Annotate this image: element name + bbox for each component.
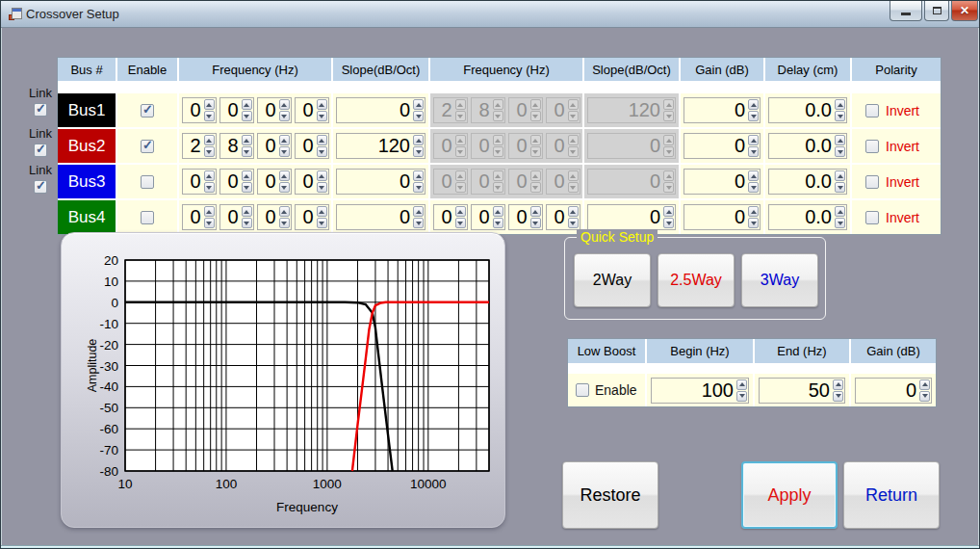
bus3-slope1-value[interactable]: 0 bbox=[337, 170, 412, 194]
bus4-freq1-digit1-value[interactable]: 0 bbox=[183, 205, 203, 229]
bus3-gain-down-arrow-icon[interactable] bbox=[748, 182, 759, 193]
bus4-freq2-digit2-up-arrow-icon[interactable] bbox=[493, 206, 503, 217]
bus1-freq1-digit1-down-arrow-icon[interactable] bbox=[204, 111, 215, 121]
bus3-freq1-digit4-value[interactable]: 0 bbox=[296, 170, 316, 194]
bus4-freq2-digit2-value[interactable]: 0 bbox=[472, 205, 492, 229]
bus1-slope1[interactable]: 0 bbox=[336, 97, 426, 123]
bus4-freq1-digit2[interactable]: 0 bbox=[219, 204, 254, 230]
bus4-freq2-digit3[interactable]: 0 bbox=[508, 204, 543, 230]
bus3-delay-down-arrow-icon[interactable] bbox=[835, 182, 845, 193]
bus3-freq1-digit3-value[interactable]: 0 bbox=[258, 170, 278, 194]
bus1-delay-up-arrow-icon[interactable] bbox=[835, 99, 845, 110]
bus4-slope1-down-arrow-icon[interactable] bbox=[413, 218, 424, 228]
2way-button[interactable]: 2Way bbox=[574, 253, 651, 307]
bus2-freq1-digit2-down-arrow-icon[interactable] bbox=[242, 146, 252, 157]
bus1-freq1-digit1-value[interactable]: 0 bbox=[183, 98, 203, 122]
bus3-slope1-down-arrow-icon[interactable] bbox=[413, 182, 424, 193]
bus3-delay-up-arrow-icon[interactable] bbox=[835, 170, 845, 181]
bus3-freq1-digit1-down-arrow-icon[interactable] bbox=[204, 182, 215, 193]
bus4-freq1-digit4-value[interactable]: 0 bbox=[296, 205, 316, 229]
link-checkbox-2[interactable] bbox=[34, 144, 47, 157]
bus2-freq1-digit3-down-arrow-icon[interactable] bbox=[279, 146, 290, 157]
close-button[interactable]: ✕ bbox=[951, 1, 978, 21]
bus1-freq1-digit4[interactable]: 0 bbox=[295, 97, 329, 123]
bus2-freq1-digit1[interactable]: 2 bbox=[182, 133, 217, 159]
bus2-freq1-digit1-value[interactable]: 2 bbox=[183, 134, 203, 158]
low-boost-end-value[interactable]: 50 bbox=[760, 379, 832, 403]
bus1-freq1-digit2-up-arrow-icon[interactable] bbox=[242, 99, 252, 110]
bus4-delay-up-arrow-icon[interactable] bbox=[835, 206, 845, 217]
bus1-freq1-digit4-up-arrow-icon[interactable] bbox=[317, 99, 327, 110]
bus3-freq1-digit1-value[interactable]: 0 bbox=[183, 170, 203, 194]
bus4-freq2-digit2-down-arrow-icon[interactable] bbox=[493, 218, 503, 228]
low-boost-gain-up-arrow-icon[interactable] bbox=[919, 379, 930, 390]
bus1-freq1-digit3[interactable]: 0 bbox=[257, 97, 292, 123]
bus4-freq1-digit2-up-arrow-icon[interactable] bbox=[242, 206, 252, 217]
bus4-gain-down-arrow-icon[interactable] bbox=[748, 218, 759, 228]
bus4-slope2-value[interactable]: 0 bbox=[588, 205, 662, 229]
bus1-invert-checkbox[interactable] bbox=[865, 104, 879, 118]
bus3-freq1-digit1[interactable]: 0 bbox=[182, 169, 217, 195]
bus4-freq2-digit3-value[interactable]: 0 bbox=[509, 205, 529, 229]
bus2-freq1-digit3[interactable]: 0 bbox=[257, 133, 292, 159]
bus1-gain-down-arrow-icon[interactable] bbox=[748, 111, 759, 121]
bus3-freq1-digit3-up-arrow-icon[interactable] bbox=[279, 170, 290, 181]
bus2-delay-value[interactable]: 0.0 bbox=[769, 134, 834, 158]
bus4-freq2-digit2[interactable]: 0 bbox=[471, 204, 505, 230]
bus4-freq1-digit3-down-arrow-icon[interactable] bbox=[279, 218, 290, 228]
bus4-freq1-digit3[interactable]: 0 bbox=[257, 204, 292, 230]
apply-button[interactable]: Apply bbox=[741, 461, 838, 529]
low-boost-begin-value[interactable]: 100 bbox=[652, 379, 735, 403]
bus4-freq2-digit4-down-arrow-icon[interactable] bbox=[568, 218, 579, 228]
bus4-slope1-up-arrow-icon[interactable] bbox=[413, 206, 424, 217]
title-bar[interactable]: Crossover Setup ✕ bbox=[1, 1, 979, 28]
bus4-freq1-digit4[interactable]: 0 bbox=[295, 204, 329, 230]
minimize-button[interactable] bbox=[890, 1, 922, 21]
bus1-gain[interactable]: 0 bbox=[683, 97, 761, 123]
bus2-gain-value[interactable]: 0 bbox=[684, 134, 747, 158]
bus1-slope1-down-arrow-icon[interactable] bbox=[413, 111, 424, 121]
bus2-slope1-value[interactable]: 120 bbox=[337, 134, 412, 158]
restore-button[interactable]: Restore bbox=[562, 461, 658, 529]
bus3-delay[interactable]: 0.0 bbox=[768, 169, 847, 195]
low-boost-begin-up-arrow-icon[interactable] bbox=[736, 379, 747, 390]
bus4-invert-checkbox[interactable] bbox=[865, 211, 879, 224]
bus2-delay-down-arrow-icon[interactable] bbox=[835, 146, 845, 157]
bus4-delay-value[interactable]: 0.0 bbox=[769, 205, 834, 229]
bus4-freq2-digit4-value[interactable]: 0 bbox=[547, 205, 567, 229]
bus2-freq1-digit2[interactable]: 8 bbox=[219, 133, 254, 159]
bus1-slope1-value[interactable]: 0 bbox=[337, 98, 412, 122]
low-boost-enable-checkbox[interactable] bbox=[576, 383, 589, 397]
bus2-invert-checkbox[interactable] bbox=[865, 140, 879, 153]
bus4-freq2-digit1-down-arrow-icon[interactable] bbox=[455, 218, 466, 228]
low-boost-gain[interactable]: 0 bbox=[855, 378, 932, 404]
bus2-freq1-digit1-down-arrow-icon[interactable] bbox=[204, 146, 215, 157]
bus3-freq1-digit2-up-arrow-icon[interactable] bbox=[242, 170, 252, 181]
bus2-slope1-up-arrow-icon[interactable] bbox=[413, 135, 424, 145]
bus4-freq1-digit1[interactable]: 0 bbox=[182, 204, 217, 230]
bus2-freq1-digit4-value[interactable]: 0 bbox=[296, 134, 316, 158]
bus3-enable-checkbox[interactable] bbox=[141, 175, 154, 189]
bus1-freq1-digit3-down-arrow-icon[interactable] bbox=[279, 111, 290, 121]
bus2-delay[interactable]: 0.0 bbox=[768, 133, 847, 159]
bus2-freq1-digit4-up-arrow-icon[interactable] bbox=[317, 135, 327, 145]
bus1-freq1-digit2-down-arrow-icon[interactable] bbox=[242, 111, 252, 121]
3way-button[interactable]: 3Way bbox=[741, 253, 818, 307]
bus1-freq1-digit3-up-arrow-icon[interactable] bbox=[279, 99, 290, 110]
bus1-delay[interactable]: 0.0 bbox=[768, 97, 847, 123]
return-button[interactable]: Return bbox=[843, 461, 940, 529]
bus4-slope2-down-arrow-icon[interactable] bbox=[663, 218, 674, 228]
bus4-freq2-digit4-up-arrow-icon[interactable] bbox=[568, 206, 579, 217]
bus4-freq1-digit3-up-arrow-icon[interactable] bbox=[279, 206, 290, 217]
link-checkbox-1[interactable] bbox=[34, 103, 47, 117]
bus2-freq1-digit1-up-arrow-icon[interactable] bbox=[204, 135, 215, 145]
bus1-freq1-digit1-up-arrow-icon[interactable] bbox=[204, 99, 215, 110]
bus2-freq1-digit2-value[interactable]: 8 bbox=[220, 134, 241, 158]
bus3-slope1[interactable]: 0 bbox=[336, 169, 426, 195]
bus4-gain[interactable]: 0 bbox=[683, 204, 761, 230]
bus2-enable-checkbox[interactable] bbox=[141, 140, 154, 153]
bus3-freq1-digit4[interactable]: 0 bbox=[295, 169, 329, 195]
bus4-freq2-digit1[interactable]: 0 bbox=[433, 204, 468, 230]
bus1-freq1-digit1[interactable]: 0 bbox=[182, 97, 217, 123]
bus4-delay[interactable]: 0.0 bbox=[768, 204, 847, 230]
